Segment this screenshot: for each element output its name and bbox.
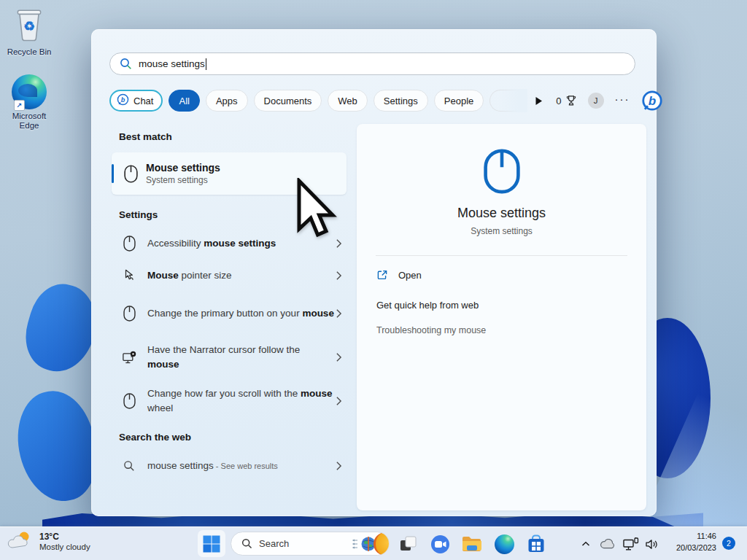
clock[interactable]: 11:46 20/03/2023: [676, 531, 716, 554]
mouse-icon-large: [357, 149, 646, 197]
taskbar-search-label: Search: [259, 538, 350, 549]
result-row-settings-2[interactable]: Change the primary button on your mouse: [112, 292, 347, 335]
play-icon[interactable]: [532, 96, 545, 106]
external-link-icon: [376, 269, 388, 281]
desktop-icon-microsoft-edge[interactable]: ↗ Microsoft Edge: [0, 74, 58, 131]
best-match-title: Mouse settings: [146, 162, 220, 174]
narrator-icon: [120, 351, 138, 365]
result-text: Mouse pointer size: [147, 268, 232, 283]
desktop: ♻ Recycle Bin ↗ Microsoft Edge mouse set…: [0, 0, 747, 560]
bing-daily-globe-icon: [350, 536, 376, 552]
bing-chat-icon[interactable]: b: [641, 90, 663, 112]
desktop-icon-label: Microsoft Edge: [6, 112, 53, 131]
bing-daily-image-icon: [374, 532, 390, 556]
network-button[interactable]: [622, 533, 640, 555]
mouse-icon: [120, 236, 138, 252]
chevron-up-icon: [581, 541, 590, 547]
volume-button[interactable]: [643, 533, 660, 555]
shortcut-arrow-icon: ↗: [14, 100, 25, 111]
rewards-counter[interactable]: 0: [556, 95, 576, 106]
settings-results-list: Accessibility mouse settingsMouse pointe…: [112, 228, 347, 482]
store-button[interactable]: [525, 533, 547, 555]
result-row-settings-1[interactable]: Mouse pointer size: [112, 260, 347, 292]
quick-help-heading: Get quick help from web: [376, 300, 646, 311]
account-avatar[interactable]: J: [588, 93, 604, 109]
search-query-text: mouse settings: [139, 58, 205, 69]
onedrive-button[interactable]: [598, 533, 616, 555]
settings-heading: Settings: [119, 209, 158, 220]
pointer-size-icon: [120, 269, 138, 282]
filter-pill-apps[interactable]: Apps: [206, 90, 248, 112]
selection-accent-bar: [112, 164, 114, 183]
chevron-right-icon: [336, 461, 342, 471]
file-explorer-button[interactable]: [461, 533, 483, 555]
filter-pill-web[interactable]: Web: [328, 90, 368, 112]
onedrive-cloud-icon: [600, 539, 615, 549]
filter-pill-chat[interactable]: b Chat: [109, 90, 163, 112]
mouse-icon: [120, 306, 138, 322]
chevron-right-icon: [336, 271, 342, 281]
detail-title: Mouse settings: [357, 206, 646, 221]
chevron-right-icon: [336, 352, 342, 362]
filter-pill-settings[interactable]: Settings: [374, 90, 428, 112]
best-match-heading: Best match: [119, 131, 172, 142]
task-view-button[interactable]: [398, 533, 419, 555]
weather-temperature: 13°C: [39, 532, 90, 542]
mouse-icon: [120, 393, 138, 409]
search-icon: [120, 58, 132, 70]
tray-chevron-button[interactable]: [578, 533, 593, 555]
chevron-right-icon: [336, 396, 342, 406]
more-options-icon[interactable]: ···: [615, 93, 630, 109]
bing-icon: b: [117, 93, 129, 108]
edge-icon: ↗: [12, 74, 47, 109]
taskbar-search[interactable]: Search: [231, 532, 390, 556]
edge-button[interactable]: [493, 533, 515, 555]
result-text: mouse settings - See web results: [147, 459, 278, 473]
search-icon: [120, 460, 138, 472]
windows-logo-icon: [203, 535, 220, 553]
recycle-bin-icon: ♻: [14, 6, 44, 42]
divider: [376, 255, 627, 256]
best-match-subtitle: System settings: [146, 175, 220, 185]
detail-subtitle: System settings: [357, 226, 646, 236]
store-icon: [527, 534, 546, 553]
filter-pill-partial: [489, 90, 526, 112]
open-action[interactable]: Open: [376, 269, 646, 281]
taskbar: 13°C Mostly cloudy Search: [0, 526, 747, 560]
search-the-web-heading: Search the web: [119, 432, 347, 443]
text-caret: [206, 58, 206, 70]
trophy-icon: [565, 95, 577, 106]
result-row-settings-4[interactable]: Change how far you scroll with the mouse…: [112, 379, 347, 423]
task-view-icon: [400, 536, 417, 552]
svg-text:b: b: [121, 96, 125, 104]
filter-bar-right: 0 J ··· b: [532, 90, 662, 112]
speaker-icon: [645, 539, 659, 550]
edge-icon: [495, 534, 514, 554]
filter-pill-all[interactable]: All: [169, 90, 199, 112]
filter-pills: AllAppsDocumentsWebSettingsPeople: [169, 90, 484, 112]
mouse-icon: [124, 165, 140, 183]
result-text: Accessibility mouse settings: [147, 236, 276, 251]
result-row-web-search[interactable]: mouse settings - See web results: [112, 450, 347, 482]
result-text: Change how far you scroll with the mouse…: [147, 386, 334, 415]
desktop-icon-recycle-bin[interactable]: ♻ Recycle Bin: [0, 6, 58, 57]
start-button[interactable]: [198, 530, 225, 557]
troubleshooting-link[interactable]: Troubleshooting my mouse: [376, 325, 646, 335]
result-text: Change the primary button on your mouse: [147, 306, 334, 321]
search-icon: [241, 538, 252, 549]
notification-badge[interactable]: 2: [722, 537, 735, 550]
clock-time: 11:46: [676, 531, 716, 542]
result-row-settings-3[interactable]: Have the Narrator cursor follow the mous…: [112, 335, 347, 379]
sun-cloud-icon: [7, 530, 34, 552]
teams-chat-button[interactable]: [429, 533, 451, 555]
file-explorer-icon: [462, 535, 482, 553]
desktop-icon-label: Recycle Bin: [0, 47, 58, 57]
mouse-cursor: [295, 178, 337, 245]
svg-text:♻: ♻: [23, 19, 35, 34]
filter-pill-people[interactable]: People: [434, 90, 484, 112]
search-input[interactable]: mouse settings: [109, 52, 635, 75]
filter-pill-documents[interactable]: Documents: [254, 90, 322, 112]
weather-condition: Mostly cloudy: [39, 542, 90, 551]
teams-chat-icon: [430, 534, 450, 554]
weather-widget[interactable]: 13°C Mostly cloudy: [7, 530, 90, 552]
